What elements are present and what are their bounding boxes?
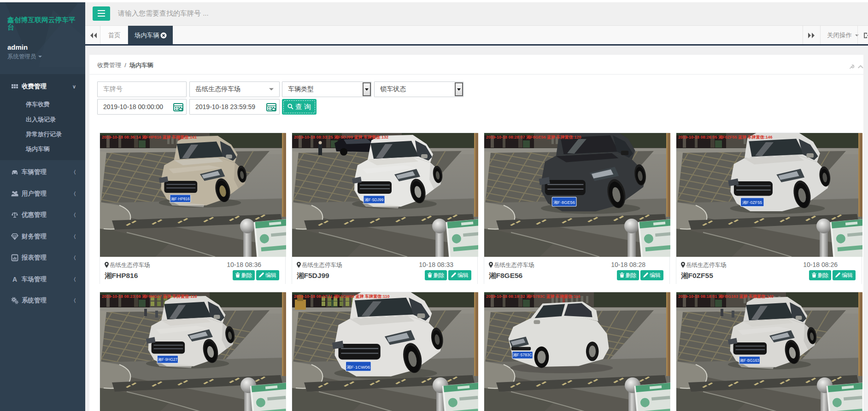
svg-text:湘F·1CW06: 湘F·1CW06 <box>346 365 370 370</box>
svg-text:2019-10-18 08:36:14 湘FHP816 蓝牌: 2019-10-18 08:36:14 湘FHP816 蓝牌 车牌置信:141 <box>102 134 197 139</box>
svg-text:A: A <box>12 276 17 283</box>
svg-text:2019-10-18 08:33:25 湘F5DJ99 蓝牌: 2019-10-18 08:33:25 湘F5DJ99 蓝牌 车牌置信:132 <box>294 134 388 139</box>
svg-text:2019-10-18 08:26:05 湘F0ZF55 蓝牌: 2019-10-18 08:26:05 湘F0ZF55 蓝牌 车牌置信:146 <box>678 134 773 139</box>
svg-text:湘F·0ZF55: 湘F·0ZF55 <box>742 200 762 205</box>
svg-text:2019-10-18 08:23:08 湘F9HG27 蓝牌: 2019-10-18 08:23:08 湘F9HG27 蓝牌 车牌置信:118 <box>102 294 197 299</box>
svg-text:湘F·9HG27: 湘F·9HG27 <box>158 357 178 362</box>
svg-text:2019-10-18 08:19:32 湘F5783C 蓝牌: 2019-10-18 08:19:32 湘F5783C 蓝牌 车牌置信:116 <box>486 294 581 299</box>
svg-text:2019-10-18 08:22:11 湘F1CW06 蓝牌: 2019-10-18 08:22:11 湘F1CW06 蓝牌 车牌置信:110 <box>294 294 390 299</box>
svg-text:湘F·BG163: 湘F·BG163 <box>740 358 759 363</box>
svg-text:湘F·HP816: 湘F·HP816 <box>171 197 190 201</box>
svg-text:湘F·5783C: 湘F·5783C <box>512 353 532 357</box>
svg-text:2019-10-18 08:28:07 湘F8GE56 蓝牌: 2019-10-18 08:28:07 湘F8GE56 蓝牌 车牌置信:120 <box>486 134 581 139</box>
svg-text:2019-10-18 08:18:01 湘FBG163 蓝牌: 2019-10-18 08:18:01 湘FBG163 蓝牌 车牌置信:140 <box>678 294 774 299</box>
svg-text:湘F·5DJ99: 湘F·5DJ99 <box>364 197 383 202</box>
svg-text:湘F·8GE56: 湘F·8GE56 <box>553 200 575 205</box>
